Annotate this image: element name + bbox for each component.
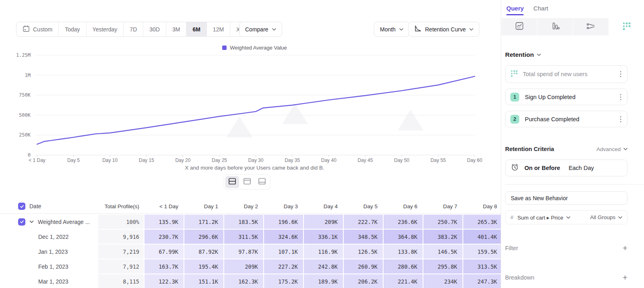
- retention-value-cell[interactable]: 209K: [304, 215, 343, 229]
- retention-value-cell[interactable]: 296.6K: [184, 230, 223, 244]
- retention-value-cell[interactable]: 313.5K: [463, 259, 502, 273]
- retention-value-cell[interactable]: 116.9K: [304, 244, 343, 259]
- table-row[interactable]: Mar 1, 20238,115122.3K151.1K162.3K175.2K…: [0, 274, 501, 288]
- row-checkbox[interactable]: [18, 218, 25, 226]
- retention-value-cell[interactable]: 295.8K: [423, 259, 462, 273]
- retention-value-cell[interactable]: 122.3K: [144, 274, 184, 288]
- retention-value-cell[interactable]: 196.6K: [264, 215, 303, 229]
- group-selector-dropdown[interactable]: All Groups: [590, 214, 622, 220]
- column-header[interactable]: Day 8: [463, 199, 502, 213]
- retention-value-cell[interactable]: 162.3K: [224, 274, 263, 288]
- date-range-custom[interactable]: Custom: [17, 22, 59, 36]
- date-range-yesterday[interactable]: Yesterday: [87, 22, 124, 36]
- column-header[interactable]: Day 7: [423, 199, 462, 213]
- step-card[interactable]: 2Purchase Completed: [505, 111, 627, 127]
- tab-chart[interactable]: Chart: [533, 5, 548, 15]
- retention-value-cell[interactable]: 209K: [224, 259, 263, 273]
- retention-value-cell[interactable]: 195.4K: [184, 259, 223, 273]
- report-type-flows-button[interactable]: [573, 18, 609, 35]
- retention-value-cell[interactable]: 151.1K: [184, 274, 223, 288]
- measure-property-dropdown[interactable]: Sum of cart ▸ Price: [518, 214, 570, 221]
- retention-value-cell[interactable]: 247.3K: [463, 274, 502, 288]
- retention-value-cell[interactable]: 67.99K: [144, 244, 184, 259]
- column-header[interactable]: Day 6: [384, 199, 423, 213]
- column-header[interactable]: Day 2: [224, 199, 263, 213]
- retention-value-cell[interactable]: 250.7K: [423, 215, 462, 229]
- date-range-7d[interactable]: 7D: [124, 22, 143, 36]
- column-header[interactable]: < 1 Day: [144, 199, 184, 213]
- retention-value-cell[interactable]: 324.6K: [264, 230, 303, 244]
- retention-value-cell[interactable]: 364.8K: [384, 230, 423, 244]
- column-header[interactable]: Day 3: [264, 199, 303, 213]
- retention-value-cell[interactable]: 401.4K: [463, 230, 502, 244]
- kebab-menu-icon[interactable]: [619, 93, 622, 101]
- retention-value-cell[interactable]: 183.5K: [224, 215, 263, 229]
- retention-value-cell[interactable]: 206.2K: [344, 274, 383, 288]
- column-header[interactable]: Total Profile(s): [98, 199, 144, 213]
- retention-section-dropdown[interactable]: Retention: [505, 51, 627, 58]
- retention-value-cell[interactable]: 221.4K: [384, 274, 423, 288]
- table-row[interactable]: Feb 1, 20237,912163.7K195.4K209K227.2K24…: [0, 259, 501, 273]
- retention-value-cell[interactable]: 133.8K: [384, 244, 423, 259]
- retention-value-cell[interactable]: 135.9K: [144, 215, 184, 229]
- criteria-period-dropdown[interactable]: Each Day: [569, 165, 594, 171]
- retention-value-cell[interactable]: 97.87K: [224, 244, 263, 259]
- retention-value-cell[interactable]: 311.5K: [224, 230, 263, 244]
- retention-value-cell[interactable]: 236.6K: [384, 215, 423, 229]
- date-range-12m[interactable]: 12M: [207, 22, 230, 36]
- date-range-today[interactable]: Today: [59, 22, 86, 36]
- criteria-mode-dropdown[interactable]: Advanced: [597, 146, 627, 152]
- granularity-dropdown[interactable]: Month: [374, 22, 409, 37]
- step-card[interactable]: 1Sign Up Completed: [505, 89, 627, 105]
- expand-chevron-icon[interactable]: [29, 220, 34, 223]
- kebab-menu-icon[interactable]: [619, 70, 622, 78]
- retention-value-cell[interactable]: 336.1K: [304, 230, 343, 244]
- criteria-condition-dropdown[interactable]: On or Before: [524, 165, 560, 171]
- retention-value-cell[interactable]: 260.9K: [344, 259, 383, 273]
- select-all-checkbox[interactable]: [18, 203, 25, 210]
- column-header[interactable]: Day 1: [184, 199, 223, 213]
- retention-value-cell[interactable]: 280.6K: [384, 259, 423, 273]
- retention-value-cell[interactable]: 222.7K: [344, 215, 383, 229]
- kebab-menu-icon[interactable]: [619, 115, 622, 123]
- retention-value-cell[interactable]: 242.8K: [304, 259, 343, 273]
- date-range-6m[interactable]: 6M: [186, 22, 206, 36]
- table-only-view-button[interactable]: [255, 176, 269, 188]
- retention-value-cell[interactable]: 230.7K: [144, 230, 184, 244]
- add-breakdown-button[interactable]: +: [623, 273, 627, 282]
- report-type-funnels-button[interactable]: [537, 18, 573, 35]
- retention-value-cell[interactable]: 227.2K: [264, 259, 303, 273]
- tab-query[interactable]: Query: [506, 5, 524, 15]
- retention-value-cell[interactable]: 189.9K: [304, 274, 343, 288]
- column-header[interactable]: Day 4: [304, 199, 343, 213]
- column-header[interactable]: Day 5: [344, 199, 383, 213]
- retention-line-chart[interactable]: [34, 52, 477, 160]
- report-type-retention-button[interactable]: [609, 18, 644, 35]
- table-row[interactable]: Weighted Average ...100%135.9K171.2K183.…: [0, 215, 501, 229]
- retention-value-cell[interactable]: 146.5K: [423, 244, 462, 259]
- retention-value-cell[interactable]: 383.2K: [423, 230, 462, 244]
- retention-value-cell[interactable]: 87.92K: [184, 244, 223, 259]
- retention-value-cell[interactable]: 159.5K: [463, 244, 502, 259]
- retention-value-cell[interactable]: 265.3K: [463, 215, 502, 229]
- split-view-button[interactable]: [225, 176, 239, 188]
- chart-type-dropdown[interactable]: Retention Curve: [408, 22, 479, 37]
- chart-only-view-button[interactable]: [240, 176, 254, 188]
- table-row[interactable]: Jan 1, 20237,21967.99K87.92K97.87K107.1K…: [0, 244, 501, 259]
- behavior-card[interactable]: Total spend of new users: [505, 65, 627, 83]
- column-header[interactable]: Date: [0, 199, 97, 213]
- retention-value-cell[interactable]: 163.7K: [144, 259, 184, 273]
- date-range-30d[interactable]: 30D: [143, 22, 166, 36]
- retention-value-cell[interactable]: 175.2K: [264, 274, 303, 288]
- add-filter-button[interactable]: +: [623, 244, 627, 252]
- report-type-insights-button[interactable]: [502, 18, 537, 35]
- date-range-3m[interactable]: 3M: [166, 22, 186, 36]
- retention-value-cell[interactable]: 126.5K: [344, 244, 383, 259]
- table-row[interactable]: Dec 1, 20229,916230.7K296.6K311.5K324.6K…: [0, 230, 501, 244]
- save-as-new-behavior-button[interactable]: Save as New Behavior: [505, 191, 627, 205]
- compare-button[interactable]: Compare: [239, 22, 282, 37]
- retention-value-cell[interactable]: 348.5K: [344, 230, 383, 244]
- retention-value-cell[interactable]: 171.2K: [184, 215, 223, 229]
- retention-value-cell[interactable]: 234K: [423, 274, 462, 288]
- retention-value-cell[interactable]: 107.1K: [264, 244, 303, 259]
